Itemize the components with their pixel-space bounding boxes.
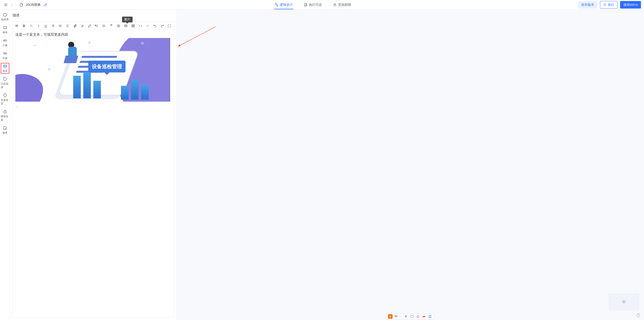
format-icon[interactable]: T¦ (29, 24, 33, 28)
sidebar-item-output[interactable]: 出参 (1, 50, 9, 61)
svg-rect-48 (411, 316, 414, 317)
panel-title: 描述 (12, 12, 174, 20)
emoji-icon[interactable] (117, 24, 120, 28)
svg-rect-4 (277, 5, 278, 6)
svg-rect-38 (132, 25, 135, 27)
image-badge-text: 设备巡检管理 (88, 61, 126, 72)
sidebar-toggle-icon[interactable] (3, 2, 9, 8)
sidebar-item-input[interactable]: 入参 (1, 37, 9, 48)
ime-bar[interactable]: S 中 •, ✿ (386, 313, 434, 319)
indent-icon[interactable] (58, 24, 62, 28)
strike-icon[interactable]: S (51, 24, 55, 28)
image-icon[interactable]: 图片 (124, 24, 128, 28)
link-icon[interactable] (88, 24, 91, 28)
keyboard-icon[interactable] (410, 314, 414, 318)
redo-icon[interactable] (160, 24, 164, 28)
inserted-image[interactable]: 设备巡检管理 (15, 38, 170, 102)
annotation-arrow-icon (176, 25, 221, 50)
svg-point-31 (103, 26, 103, 26)
italic-icon[interactable]: I (37, 24, 41, 28)
ordered-list-icon[interactable]: 12 (95, 24, 99, 28)
sidebar-item-canvas[interactable]: 画布 (1, 24, 9, 35)
breadcrumb-filename: JSON替换 (26, 3, 41, 7)
version-icon (3, 126, 7, 130)
editor-text: 这是一个富文本，可填写更多内容 (15, 32, 171, 37)
edit-name-icon[interactable] (43, 2, 48, 8)
design-canvas[interactable]: S 中 •, ✿ (176, 10, 644, 320)
hr-icon[interactable] (146, 24, 149, 28)
svg-rect-54 (429, 317, 430, 318)
sidebar-item-description[interactable]: 描述 (1, 63, 9, 74)
svg-marker-9 (605, 4, 605, 5)
sidebar-item-version[interactable]: 版本 (1, 125, 9, 136)
heading-icon[interactable]: H (15, 24, 19, 28)
publish-button[interactable]: 发布版本 (578, 1, 597, 9)
sidebar-item-security[interactable]: 安全设置 (1, 92, 9, 106)
svg-point-45 (638, 316, 638, 316)
mic-icon[interactable] (404, 314, 408, 318)
svg-rect-55 (430, 317, 431, 318)
ime-logo-icon: S (388, 314, 392, 319)
input-icon (3, 38, 7, 43)
undo-icon[interactable] (153, 24, 157, 28)
breadcrumb: › JSON替换 (15, 2, 48, 8)
richtext-toolbar: H B T¦ I U S 12 ❝ (12, 22, 174, 30)
svg-line-43 (179, 27, 215, 46)
quote-icon[interactable]: ❝ (109, 24, 113, 28)
svg-rect-7 (334, 5, 336, 6)
unordered-list-icon[interactable] (102, 24, 106, 28)
puzzle-icon (3, 13, 7, 17)
file-icon (19, 2, 24, 8)
bold-icon[interactable]: B (22, 24, 26, 28)
svg-point-30 (103, 25, 103, 25)
gamepad-icon[interactable] (422, 314, 426, 318)
tab-page-permission[interactable]: 页面权限 (333, 1, 352, 9)
svg-point-35 (119, 25, 119, 25)
svg-point-34 (118, 25, 118, 25)
tooltip-image: 图片 (122, 17, 133, 22)
table-icon[interactable] (131, 24, 135, 28)
canvas-icon (3, 25, 7, 30)
attachment-icon[interactable] (73, 24, 77, 28)
sidebar: 组件库 画布 入参 出参 描述 日志回放 (0, 10, 10, 320)
svg-point-37 (125, 25, 126, 26)
shield-icon (3, 93, 7, 98)
grid-icon[interactable] (428, 314, 432, 318)
richtext-editor[interactable]: 这是一个富文本，可填写更多内容 (12, 30, 174, 317)
svg-point-32 (103, 26, 103, 27)
save-button[interactable]: 保存ctrl+s (620, 1, 641, 9)
svg-point-14 (4, 65, 5, 66)
output-icon (3, 51, 7, 56)
svg-rect-46 (406, 315, 407, 317)
fullscreen-icon[interactable] (168, 24, 171, 28)
ime-lang: 中 (394, 314, 398, 319)
highlight-icon[interactable] (80, 24, 84, 28)
svg-rect-51 (423, 316, 425, 317)
svg-rect-53 (430, 315, 431, 316)
minimap[interactable] (609, 294, 639, 310)
run-button[interactable]: 执行 (600, 1, 618, 9)
sidebar-item-replay[interactable]: 日志回放 (1, 76, 9, 90)
clock-icon (3, 109, 7, 114)
svg-rect-10 (4, 26, 7, 29)
align-icon[interactable] (66, 24, 69, 28)
sidebar-item-components[interactable]: 组件库 (1, 12, 9, 22)
tab-logic-design[interactable]: 逻辑设计 (274, 1, 293, 9)
help-icon[interactable] (636, 313, 640, 317)
image-text-icon (3, 64, 7, 68)
code-icon[interactable] (138, 24, 142, 28)
replay-icon (3, 77, 7, 81)
underline-icon[interactable]: U (44, 24, 48, 28)
svg-rect-3 (275, 3, 276, 4)
svg-rect-52 (429, 315, 430, 316)
svg-text:2: 2 (95, 25, 96, 26)
svg-point-33 (117, 24, 120, 27)
tab-exec-log[interactable]: 执行日志 (303, 1, 323, 9)
breadcrumb-sep: | (12, 3, 12, 7)
sidebar-item-cache[interactable]: 缓存设置 (1, 108, 9, 123)
editor-secondary-char: ， (15, 104, 19, 108)
skin-icon[interactable]: ✿ (416, 314, 420, 318)
